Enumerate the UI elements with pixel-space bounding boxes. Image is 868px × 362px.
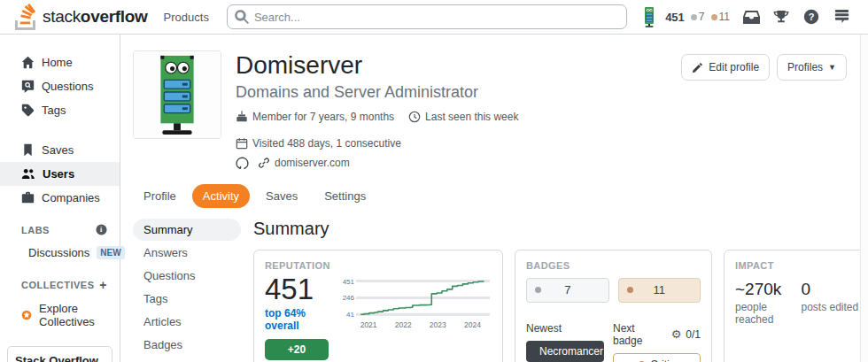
search-input[interactable] bbox=[227, 4, 627, 29]
silver-badge-count: 7 bbox=[691, 11, 705, 23]
svg-text:i: i bbox=[100, 226, 103, 234]
reputation-card: REPUTATION 451 top 64% overall +20 41246… bbox=[253, 250, 503, 362]
collectives-section-header: COLLECTIVES + bbox=[0, 273, 120, 297]
user-avatar-mini bbox=[639, 6, 659, 27]
summary-heading: Summary bbox=[253, 219, 868, 239]
tab-saves[interactable]: Saves bbox=[255, 184, 308, 208]
inbox-icon[interactable] bbox=[742, 8, 760, 26]
chevron-down-icon: ▼ bbox=[828, 63, 836, 72]
help-icon[interactable]: ? bbox=[802, 8, 820, 26]
svg-text:?: ? bbox=[809, 12, 815, 22]
sidebar-item-home[interactable]: Home bbox=[0, 50, 120, 74]
edit-profile-button[interactable]: Edit profile bbox=[681, 54, 770, 81]
profile-meta-row: Member for 7 years, 9 months Last seen t… bbox=[236, 111, 667, 150]
next-badge-label: Next badge bbox=[613, 322, 667, 347]
subnav-answers[interactable]: Answers bbox=[133, 242, 241, 264]
summary-cards: REPUTATION 451 top 64% overall +20 41246… bbox=[253, 250, 868, 362]
search-icon bbox=[235, 10, 249, 24]
stat-posts-edited: 0 posts edited bbox=[802, 280, 861, 326]
link-icon bbox=[258, 157, 270, 169]
subnav-tags[interactable]: Tags bbox=[133, 288, 241, 310]
weekly-reputation-button[interactable]: +20 bbox=[265, 339, 329, 360]
newest-badge-pill[interactable]: Necromancer bbox=[526, 341, 604, 362]
next-badge-pill[interactable]: Critic bbox=[613, 353, 701, 362]
pencil-icon bbox=[692, 62, 703, 73]
labs-info-icon[interactable]: i bbox=[96, 224, 107, 235]
silver-badge-icon bbox=[691, 14, 697, 20]
tab-settings[interactable]: Settings bbox=[314, 184, 376, 208]
reputation-left: 451 top 64% overall +20 bbox=[265, 273, 339, 360]
stat-people-reached: ~270k people reached bbox=[735, 280, 794, 326]
svg-text:2022: 2022 bbox=[395, 320, 412, 329]
github-icon[interactable] bbox=[236, 157, 249, 170]
sidebar-item-companies[interactable]: Companies bbox=[0, 186, 120, 210]
newest-badge-section: Newest Necromancer bbox=[526, 322, 604, 362]
cake-icon bbox=[236, 111, 248, 123]
profiles-dropdown-button[interactable]: Profiles ▼ bbox=[777, 54, 847, 81]
tag-icon bbox=[21, 104, 35, 117]
sidebar-item-saves[interactable]: Saves bbox=[0, 138, 120, 162]
collectives-icon bbox=[21, 308, 32, 322]
stackoverflow-logo-icon bbox=[14, 4, 37, 30]
users-icon bbox=[21, 167, 35, 181]
my-profile-link[interactable]: 451 7 11 bbox=[639, 6, 730, 27]
calendar-icon bbox=[236, 137, 248, 150]
sidebar-item-discussions[interactable]: Discussions NEW bbox=[0, 241, 120, 265]
badge-settings-gear-icon[interactable]: ⚙ bbox=[671, 328, 682, 340]
next-badge-section: Next badge ⚙ 0/1 Critic bbox=[613, 322, 701, 362]
tab-profile[interactable]: Profile bbox=[133, 184, 187, 208]
profile-actions: Edit profile Profiles ▼ bbox=[681, 50, 859, 170]
visited-days: Visited 488 days, 1 consecutive bbox=[236, 137, 401, 150]
stackoverflow-logo[interactable]: stackoverflow bbox=[9, 4, 153, 30]
labs-section-header: LABS i bbox=[0, 219, 120, 241]
reputation-rank-link[interactable]: top 64% overall bbox=[265, 307, 339, 332]
badges-card: BADGES 7 11 bbox=[515, 250, 712, 362]
profile-info: Domiserver Domains and Server Administra… bbox=[236, 50, 667, 170]
bronze-badge-icon bbox=[711, 14, 717, 20]
website-link[interactable]: domiserver.com bbox=[258, 157, 350, 169]
sidebar-item-tags[interactable]: Tags bbox=[0, 98, 120, 122]
silver-badges-pill[interactable]: 7 bbox=[526, 278, 609, 303]
sidebar-item-explore-collectives[interactable]: Explore Collectives bbox=[0, 297, 120, 334]
main-content: Domiserver Domains and Server Administra… bbox=[120, 35, 868, 362]
profile-title: Domains and Server Administrator bbox=[236, 83, 667, 102]
bookmark-icon bbox=[21, 143, 35, 157]
search-container bbox=[227, 4, 627, 29]
subnav-following[interactable]: Following bbox=[133, 357, 241, 362]
questions-icon bbox=[21, 80, 35, 93]
topbar-right-cluster: 451 7 11 ? bbox=[636, 6, 859, 27]
reputation-score: 451 bbox=[665, 11, 685, 24]
next-badge-progress: 0/1 bbox=[686, 328, 701, 341]
teams-cta-card[interactable]: Stack Overflow for Teams bbox=[7, 346, 112, 362]
svg-text:246: 246 bbox=[343, 294, 355, 302]
stackexchange-menu-icon[interactable] bbox=[833, 8, 850, 26]
subnav-questions[interactable]: Questions bbox=[133, 265, 241, 287]
tab-activity[interactable]: Activity bbox=[192, 184, 250, 208]
svg-text:2024: 2024 bbox=[464, 320, 481, 329]
subnav-articles[interactable]: Articles bbox=[133, 311, 241, 333]
reputation-value: 451 bbox=[265, 273, 339, 306]
badges-card-header: BADGES bbox=[526, 260, 701, 271]
reputation-chart: 412464512021202220232024 bbox=[339, 273, 492, 360]
page-scrollbar[interactable] bbox=[860, 35, 868, 362]
sidebar-item-users[interactable]: Users bbox=[0, 162, 120, 186]
left-sidebar: Home Questions Tags Saves Users Companie… bbox=[0, 35, 120, 362]
impact-stats-grid: ~270k people reached 0 posts edited 0 he… bbox=[735, 280, 860, 362]
subnav-badges[interactable]: Badges bbox=[133, 334, 241, 356]
subnav-summary[interactable]: Summary bbox=[133, 219, 241, 241]
svg-text:2023: 2023 bbox=[430, 320, 446, 329]
profile-tabs: Profile Activity Saves Settings bbox=[133, 184, 859, 208]
impact-card-header: IMPACT bbox=[735, 260, 860, 271]
profile-avatar[interactable] bbox=[133, 50, 221, 139]
achievements-trophy-icon[interactable] bbox=[772, 8, 790, 26]
svg-text:2021: 2021 bbox=[360, 320, 377, 329]
bronze-badges-pill[interactable]: 11 bbox=[618, 278, 701, 303]
sidebar-item-questions[interactable]: Questions bbox=[0, 74, 120, 98]
top-navigation-bar: stackoverflow Products 451 bbox=[0, 0, 868, 35]
svg-text:41: 41 bbox=[346, 311, 354, 319]
add-collective-icon[interactable]: + bbox=[99, 279, 107, 291]
products-menu[interactable]: Products bbox=[155, 5, 218, 29]
activity-body: Summary Answers Questions Tags Articles … bbox=[133, 219, 859, 362]
newest-label: Newest bbox=[526, 322, 562, 335]
svg-text:451: 451 bbox=[343, 277, 355, 285]
